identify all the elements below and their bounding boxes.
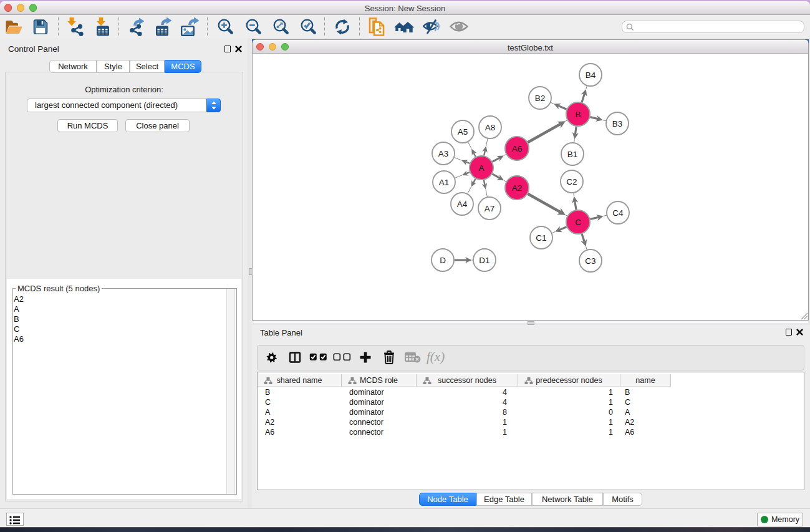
svg-text:A8: A8 — [485, 123, 496, 132]
svg-text:B3: B3 — [612, 119, 623, 128]
svg-text:A5: A5 — [458, 127, 468, 137]
svg-text:B1: B1 — [567, 150, 578, 159]
svg-text:A3: A3 — [438, 149, 449, 158]
svg-text:A4: A4 — [457, 200, 468, 209]
svg-text:C2: C2 — [566, 177, 577, 186]
svg-text:B: B — [575, 110, 581, 119]
svg-text:D1: D1 — [479, 256, 489, 265]
svg-text:A2: A2 — [512, 183, 523, 193]
svg-text:C4: C4 — [612, 208, 624, 218]
svg-text:C1: C1 — [536, 233, 546, 243]
svg-text:A6: A6 — [512, 144, 523, 153]
svg-text:A7: A7 — [485, 204, 495, 213]
svg-text:A: A — [478, 163, 484, 173]
svg-text:B4: B4 — [586, 70, 596, 80]
svg-text:A1: A1 — [439, 178, 450, 187]
svg-text:C: C — [575, 218, 581, 227]
svg-text:B2: B2 — [535, 94, 546, 103]
svg-text:D: D — [440, 256, 446, 265]
svg-text:C3: C3 — [585, 256, 595, 266]
